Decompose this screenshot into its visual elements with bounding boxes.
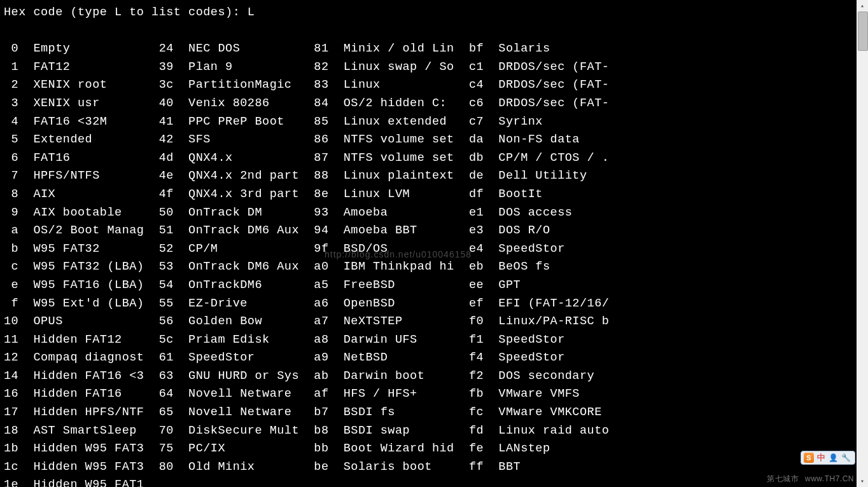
partition-type-row: c W95 FAT32 (LBA) 53 OnTrack DM6 Aux a0 … bbox=[4, 258, 865, 277]
partition-type-row: 14 Hidden FAT16 <3 63 GNU HURD or Sys ab… bbox=[4, 367, 865, 386]
partition-type-row: e W95 FAT16 (LBA) 54 OnTrackDM6 a5 FreeB… bbox=[4, 277, 865, 295]
partition-type-row: 7 HPFS/NTFS 4e QNX4.x 2nd part 88 Linux … bbox=[4, 167, 865, 186]
ime-badge[interactable]: S 中 👤 🔧 bbox=[801, 451, 855, 465]
partition-type-row: 3 XENIX usr 40 Venix 80286 84 OS/2 hidde… bbox=[4, 95, 865, 113]
partition-type-row: 8 AIX 4f QNX4.x 3rd part 8e Linux LVM df… bbox=[4, 186, 865, 204]
partition-type-row: 9 AIX bootable 50 OnTrack DM 93 Amoeba e… bbox=[4, 204, 865, 223]
partition-type-row: 10 OPUS 56 Golden Bow a7 NeXTSTEP f0 Lin… bbox=[4, 313, 865, 331]
wrench-icon: 🔧 bbox=[841, 453, 851, 462]
partition-type-row: 1b Hidden W95 FAT3 75 PC/IX bb Boot Wiza… bbox=[4, 440, 865, 458]
scrollbar[interactable]: ▴ ▾ bbox=[857, 0, 868, 487]
footer-watermark: 第七城市 www.TH7.CN bbox=[767, 474, 854, 484]
partition-type-row: 4 FAT16 <32M 41 PPC PReP Boot 85 Linux e… bbox=[4, 113, 865, 132]
scroll-thumb[interactable] bbox=[858, 11, 868, 51]
partition-type-row: 16 Hidden FAT16 64 Novell Netware af HFS… bbox=[4, 385, 865, 404]
terminal-output[interactable]: Hex code (type L to list codes): L 0 Emp… bbox=[0, 0, 868, 487]
partition-type-row: 17 Hidden HPFS/NTF 65 Novell Netware b7 … bbox=[4, 404, 865, 422]
partition-type-row: 6 FAT16 4d QNX4.x 87 NTFS volume set db … bbox=[4, 149, 865, 168]
partition-type-row: 1 FAT12 39 Plan 9 82 Linux swap / So c1 … bbox=[4, 58, 865, 77]
sogou-icon: S bbox=[804, 453, 814, 463]
blank-line bbox=[4, 22, 865, 41]
watermark-cn: 第七城市 bbox=[767, 474, 799, 483]
scroll-up-button[interactable]: ▴ bbox=[857, 0, 868, 11]
partition-type-row: 0 Empty 24 NEC DOS 81 Minix / old Lin bf… bbox=[4, 40, 865, 58]
partition-type-row: 1c Hidden W95 FAT3 80 Old Minix be Solar… bbox=[4, 458, 865, 477]
partition-type-row: 1e Hidden W95 FAT1 bbox=[4, 476, 865, 487]
partition-type-row: b W95 FAT32 52 CP/M 9f BSD/OS e4 SpeedSt… bbox=[4, 240, 865, 259]
partition-type-row: 2 XENIX root 3c PartitionMagic 83 Linux … bbox=[4, 76, 865, 95]
person-icon: 👤 bbox=[829, 453, 838, 462]
partition-type-row: f W95 Ext'd (LBA) 55 EZ-Drive a6 OpenBSD… bbox=[4, 295, 865, 313]
partition-type-row: 12 Compaq diagnost 61 SpeedStor a9 NetBS… bbox=[4, 349, 865, 367]
partition-type-row: a OS/2 Boot Manag 51 OnTrack DM6 Aux 94 … bbox=[4, 222, 865, 240]
prompt-line: Hex code (type L to list codes): L bbox=[4, 4, 865, 22]
partition-type-row: 18 AST SmartSleep 70 DiskSecure Mult b8 … bbox=[4, 422, 865, 441]
partition-type-row: 11 Hidden FAT12 5c Priam Edisk a8 Darwin… bbox=[4, 331, 865, 350]
scroll-down-button[interactable]: ▾ bbox=[857, 476, 868, 487]
ime-lang-label: 中 bbox=[817, 452, 825, 463]
watermark-en: www.TH7.CN bbox=[805, 474, 854, 483]
partition-type-row: 5 Extended 42 SFS 86 NTFS volume set da … bbox=[4, 131, 865, 149]
